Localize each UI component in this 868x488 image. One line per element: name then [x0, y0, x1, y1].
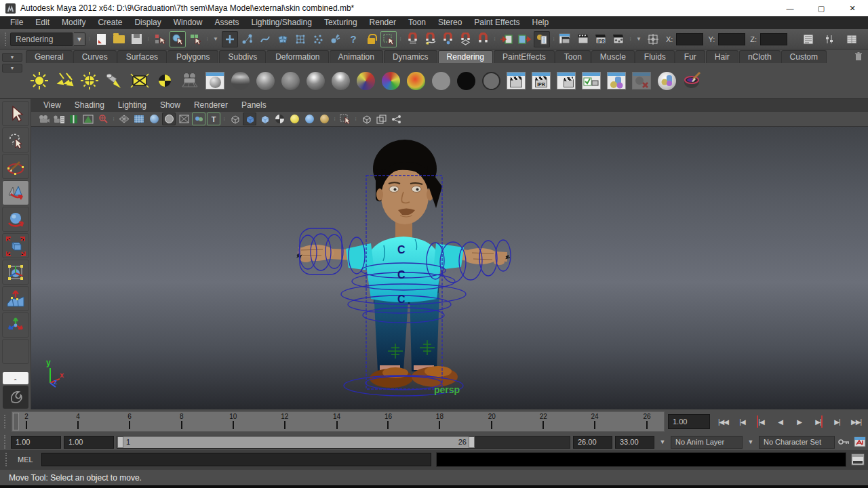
highlight-selection-button[interactable]	[380, 31, 397, 47]
select-tool-button[interactable]	[2, 101, 29, 126]
animation-start-field[interactable]: 1.00	[11, 436, 61, 449]
isolate-select-button[interactable]	[359, 113, 373, 125]
anim-layer-field[interactable]: No Anim Layer	[671, 436, 743, 449]
collapser[interactable]: ⁞	[205, 32, 210, 47]
menu-stereo[interactable]: Stereo	[432, 16, 468, 29]
ambient-light-button[interactable]	[28, 69, 51, 92]
status-grip[interactable]	[5, 33, 7, 46]
snap-point-button[interactable]	[439, 31, 456, 47]
panel-menu-panels[interactable]: Panels	[235, 99, 273, 112]
menu-set-selector[interactable]: Rendering	[10, 33, 73, 46]
select-hierarchy-button[interactable]	[152, 31, 168, 47]
range-grip[interactable]	[4, 435, 6, 449]
shelf-tab-polygons[interactable]: Polygons	[167, 50, 218, 63]
animation-end-field[interactable]: 33.00	[615, 436, 654, 449]
surface-shader-button[interactable]	[429, 69, 452, 92]
perspective-viewport[interactable]: C C C persp y x z	[31, 127, 868, 409]
show-manipulator-button[interactable]	[2, 312, 29, 338]
camera-button[interactable]	[178, 69, 201, 92]
character-set-field[interactable]: No Character Set	[759, 436, 835, 449]
disabled-render-button[interactable]	[630, 69, 653, 92]
image-plane-button[interactable]	[81, 113, 95, 125]
z-input[interactable]	[760, 33, 787, 45]
anisotropic-shader-button[interactable]	[229, 69, 252, 92]
step-forward-key-button[interactable]: ▶|	[810, 413, 827, 430]
menu-modify[interactable]: Modify	[56, 16, 92, 29]
shelf-tab-fluids[interactable]: Fluids	[635, 50, 675, 63]
shelf-tab-muscle[interactable]: Muscle	[591, 50, 635, 63]
transform-mode-arrow[interactable]: ▼	[634, 31, 644, 47]
hypershade-objects-button[interactable]	[605, 69, 628, 92]
point-light-button[interactable]	[78, 69, 101, 92]
collapser[interactable]: ⁞	[87, 32, 92, 47]
menu-texturing[interactable]: Texturing	[318, 16, 363, 29]
ipr-render-button[interactable]: IPR	[593, 31, 609, 47]
spine-control-label[interactable]: C	[397, 269, 406, 281]
shelf-tab-dynamics[interactable]: Dynamics	[384, 50, 437, 63]
collapser[interactable]: ⁞	[628, 32, 633, 47]
character-key-icon[interactable]	[837, 438, 851, 446]
shelf-menu-button[interactable]: ▼	[2, 64, 22, 73]
paint-select-tool-button[interactable]	[2, 154, 29, 179]
mask-expand-button[interactable]: ▼	[211, 31, 220, 47]
current-time-field[interactable]: 1.00	[668, 414, 710, 429]
menu-toon[interactable]: Toon	[402, 16, 432, 29]
range-end-handle[interactable]	[469, 436, 475, 448]
textured-display-button[interactable]: T	[207, 113, 220, 125]
shelf-tab-curves[interactable]: Curves	[73, 50, 117, 63]
panel-menu-renderer[interactable]: Renderer	[187, 99, 235, 112]
go-to-end-button[interactable]: ▶▶|	[848, 413, 865, 430]
snap-curve-button[interactable]	[422, 31, 438, 47]
universal-manipulator-button[interactable]	[2, 260, 29, 285]
step-forward-frame-button[interactable]: ▶|	[829, 413, 846, 430]
shelf-tab-toon[interactable]: Toon	[555, 50, 591, 63]
shelf-tab-hair[interactable]: Hair	[706, 50, 738, 63]
shelf-tab-selector-button[interactable]: ▼	[2, 53, 22, 62]
layout-shortcut-button[interactable]	[3, 386, 28, 409]
last-tool-slot[interactable]	[2, 339, 29, 364]
playback-range-bar[interactable]: 1 26	[117, 436, 475, 448]
render-current-frame-button[interactable]	[575, 31, 591, 47]
phonge-shader-button[interactable]	[329, 69, 352, 92]
time-grip[interactable]	[4, 415, 6, 428]
menu-render[interactable]: Render	[363, 16, 402, 29]
render-view-button[interactable]	[557, 31, 574, 47]
tool-settings-toggle[interactable]	[822, 31, 838, 47]
command-grip[interactable]	[5, 453, 7, 466]
mask-handles-button[interactable]	[239, 31, 256, 47]
blue-light-button[interactable]	[302, 113, 316, 125]
channel-box-toggle[interactable]	[844, 31, 860, 47]
ramp-shader-button[interactable]	[379, 69, 402, 92]
step-back-frame-button[interactable]: |◀	[734, 413, 751, 430]
y-input[interactable]	[718, 33, 745, 45]
playback-start-field[interactable]: 1.00	[64, 436, 114, 449]
anim-end-dropdown-icon[interactable]: ▼	[657, 436, 668, 449]
hip-control-label[interactable]: C	[397, 293, 406, 305]
layered-shader-button[interactable]	[354, 69, 377, 92]
pan-zoom-button[interactable]	[96, 113, 110, 125]
output-connections-button[interactable]	[516, 31, 532, 47]
range-slider-track[interactable]: 1 26	[117, 436, 570, 449]
share-view-button[interactable]	[389, 113, 403, 125]
directional-light-button[interactable]	[53, 69, 76, 92]
mask-curves-button[interactable]	[257, 31, 273, 47]
phong-shader-button[interactable]	[304, 69, 327, 92]
step-back-key-button[interactable]: |◀	[753, 413, 770, 430]
shelf-tab-subdivs[interactable]: Subdivs	[219, 50, 266, 63]
bounding-box-button[interactable]	[177, 113, 191, 125]
maximize-button[interactable]: ▢	[806, 0, 837, 16]
default-light-button[interactable]	[288, 113, 301, 125]
mask-surfaces-button[interactable]	[275, 31, 291, 47]
shelf-tab-fur[interactable]: Fur	[675, 50, 705, 63]
rotate-tool-button[interactable]	[2, 207, 29, 232]
playback-end-field[interactable]: 26.00	[573, 436, 612, 449]
command-output-field[interactable]	[436, 452, 846, 467]
shaded-wireframe-button[interactable]	[132, 113, 146, 125]
play-backwards-button[interactable]: ◀	[772, 413, 789, 430]
new-scene-button[interactable]	[93, 31, 109, 47]
use-all-lights-button[interactable]	[273, 113, 286, 125]
absolute-transform-button[interactable]	[645, 31, 661, 47]
move-tool-button[interactable]	[2, 180, 29, 205]
black-hole-shader-button[interactable]	[454, 69, 477, 92]
heat-shader-button[interactable]	[404, 69, 427, 92]
